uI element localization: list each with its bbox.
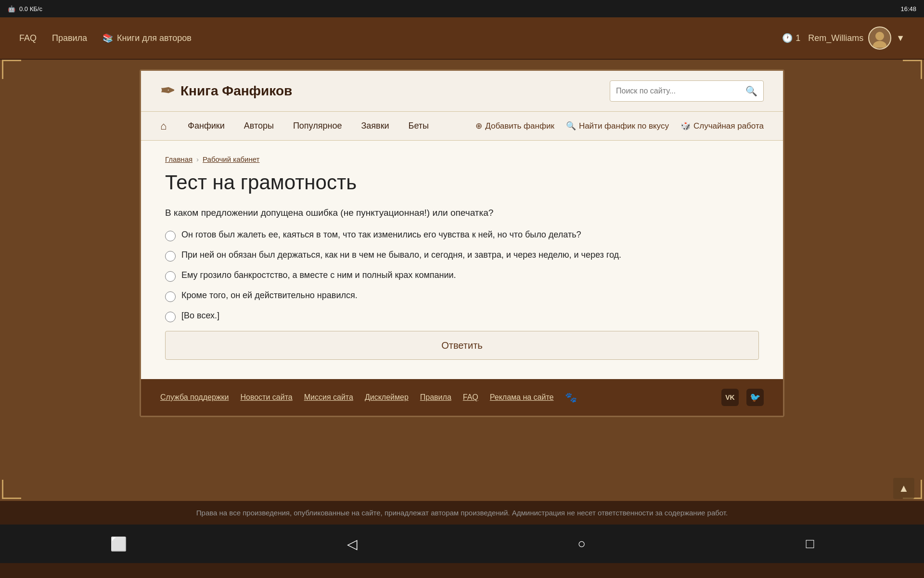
time-display: 16:48: [900, 5, 916, 13]
home-nav-icon[interactable]: ⌂: [160, 120, 167, 132]
breadcrumb: Главная › Рабочий кабинет: [165, 155, 759, 163]
footer-news[interactable]: Новости сайта: [240, 393, 292, 402]
corner-decoration-tr: [903, 60, 922, 79]
top-nav-right: 🕐 1 Rem_Williams ▼: [782, 26, 905, 50]
user-avatar: [868, 26, 891, 50]
footer-faq[interactable]: FAQ: [463, 393, 478, 402]
faq-link[interactable]: FAQ: [19, 33, 37, 43]
radio-option-3[interactable]: [165, 271, 176, 282]
breadcrumb-current[interactable]: Рабочий кабинет: [203, 155, 259, 163]
add-fanfic-link[interactable]: ⊕ Добавить фанфик: [475, 121, 554, 131]
nav-actions: ⊕ Добавить фанфик 🔍 Найти фанфик по вкус…: [475, 121, 764, 131]
submit-button[interactable]: Ответить: [165, 331, 759, 360]
nav-requests[interactable]: Заявки: [351, 112, 398, 141]
status-bar: 🤖 0.0 КБ/с 16:48: [0, 0, 924, 17]
top-nav: FAQ Правила 📚 Книги для авторов 🕐 1 Rem_…: [0, 17, 924, 60]
nav-beta[interactable]: Беты: [399, 112, 438, 141]
search-input[interactable]: [616, 87, 745, 95]
breadcrumb-separator: ›: [196, 155, 199, 163]
speed-indicator: 0.0 КБ/с: [19, 5, 42, 13]
notification-badge[interactable]: 🕐 1: [782, 33, 800, 43]
books-icon: 📚: [103, 33, 113, 43]
books-for-authors-link[interactable]: 📚 Книги для авторов: [103, 33, 192, 43]
option-2-text: При ней он обязан был держаться, как ни …: [181, 250, 621, 260]
android-nav: ⬜ ◁ ○ □: [0, 525, 924, 563]
recents-button[interactable]: □: [806, 536, 814, 552]
option-3-text: Ему грозило банкростство, а вместе с ним…: [181, 270, 456, 280]
status-bar-right: 16:48: [900, 5, 916, 13]
site-footer: Служба поддержки Новости сайта Миссия са…: [141, 379, 783, 416]
option-2[interactable]: При ней он обязан был держаться, как ни …: [165, 250, 759, 262]
back-button[interactable]: ◁: [347, 536, 358, 552]
history-icon: 🕐: [782, 33, 793, 43]
site-header: ✒ Книга Фанфиков 🔍: [141, 71, 783, 112]
vk-icon[interactable]: VK: [721, 389, 739, 406]
corner-decoration-bl: [2, 480, 21, 499]
copyright-text: Права на все произведения, опубликованны…: [196, 509, 728, 517]
logo-feather-icon: ✒: [160, 81, 175, 101]
option-5[interactable]: [Во всех.]: [165, 311, 759, 322]
question-text: В каком предложении допущена ошибка (не …: [165, 208, 759, 218]
copyright-bar: Права на все произведения, опубликованны…: [0, 501, 924, 525]
breadcrumb-home[interactable]: Главная: [165, 155, 192, 163]
add-icon: ⊕: [475, 121, 482, 131]
option-4-text: Кроме того, он ей действительно нравился…: [181, 290, 358, 301]
main-wrapper: ✒ Книга Фанфиков 🔍 ⌂ Фанфики Авторы Попу…: [0, 60, 924, 501]
paw-icon: 🐾: [565, 392, 577, 403]
options-list: Он готов был жалеть ее, каяться в том, ч…: [165, 230, 759, 322]
scroll-up-button[interactable]: ▲: [893, 478, 914, 499]
main-nav: ⌂ Фанфики Авторы Популярное Заявки Беты …: [141, 112, 783, 141]
site-name: Книга Фанфиков: [180, 83, 292, 99]
footer-mission[interactable]: Миссия сайта: [304, 393, 353, 402]
footer-support[interactable]: Служба поддержки: [160, 393, 229, 402]
random-work-link[interactable]: 🎲 Случайная работа: [680, 121, 764, 131]
option-3[interactable]: Ему грозило банкростство, а вместе с ним…: [165, 270, 759, 282]
option-1-text: Он готов был жалеть ее, каяться в том, ч…: [181, 230, 581, 240]
footer-disclaimer[interactable]: Дисклеймер: [365, 393, 409, 402]
dropdown-icon: ▼: [896, 33, 905, 43]
nav-authors[interactable]: Авторы: [234, 112, 283, 141]
nav-popular[interactable]: Популярное: [283, 112, 352, 141]
search-button[interactable]: 🔍: [745, 85, 757, 97]
tab-button[interactable]: ⬜: [110, 536, 127, 552]
random-icon: 🎲: [680, 121, 691, 131]
footer-rules[interactable]: Правила: [420, 393, 451, 402]
notif-count: 1: [796, 33, 800, 43]
home-button[interactable]: ○: [578, 536, 586, 552]
find-icon: 🔍: [566, 121, 576, 131]
page-title: Тест на грамотность: [165, 171, 759, 194]
find-fanfic-link[interactable]: 🔍 Найти фанфик по вкусу: [566, 121, 669, 131]
search-box[interactable]: 🔍: [610, 80, 764, 102]
rules-link[interactable]: Правила: [52, 33, 87, 43]
random-work-label: Случайная работа: [693, 121, 764, 131]
twitter-icon[interactable]: 🐦: [746, 389, 764, 406]
radio-option-2[interactable]: [165, 251, 176, 262]
site-logo: ✒ Книга Фанфиков: [160, 81, 292, 101]
radio-option-4[interactable]: [165, 291, 176, 302]
books-label: Книги для авторов: [117, 33, 192, 43]
corner-decoration-tl: [2, 60, 21, 79]
svg-point-0: [875, 32, 884, 40]
username-link[interactable]: Rem_Williams: [808, 33, 863, 43]
option-4[interactable]: Кроме того, он ей действительно нравился…: [165, 290, 759, 302]
nav-fanfics[interactable]: Фанфики: [178, 112, 234, 141]
radio-option-1[interactable]: [165, 231, 176, 241]
find-fanfic-label: Найти фанфик по вкусу: [579, 121, 669, 131]
top-nav-left: FAQ Правила 📚 Книги для авторов: [19, 33, 192, 43]
radio-option-5[interactable]: [165, 312, 176, 322]
option-1[interactable]: Он готов был жалеть ее, каяться в том, ч…: [165, 230, 759, 241]
footer-links: Служба поддержки Новости сайта Миссия са…: [160, 392, 577, 403]
content-area: Главная › Рабочий кабинет Тест на грамот…: [141, 141, 783, 379]
footer-ads[interactable]: Реклама на сайте: [490, 393, 554, 402]
user-section[interactable]: Rem_Williams ▼: [808, 26, 905, 50]
android-icon: 🤖: [8, 5, 15, 13]
svg-point-1: [873, 41, 886, 48]
site-container: ✒ Книга Фанфиков 🔍 ⌂ Фанфики Авторы Попу…: [140, 69, 784, 417]
option-5-text: [Во всех.]: [181, 311, 219, 321]
footer-social: VK 🐦: [721, 389, 764, 406]
status-bar-left: 🤖 0.0 КБ/с: [8, 5, 42, 13]
add-fanfic-label: Добавить фанфик: [485, 121, 554, 131]
